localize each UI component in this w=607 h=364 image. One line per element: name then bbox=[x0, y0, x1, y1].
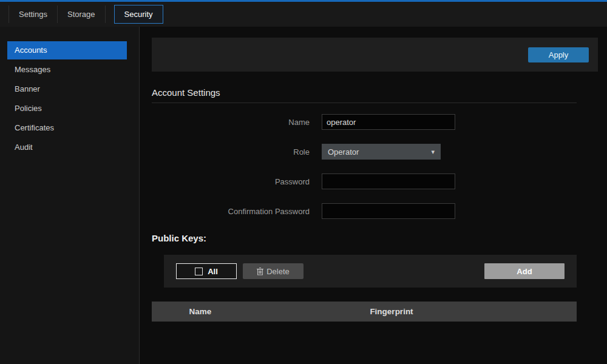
top-tab-bar: Settings Storage Security bbox=[0, 0, 607, 27]
tab-storage[interactable]: Storage bbox=[58, 5, 106, 23]
delete-label: Delete bbox=[266, 267, 290, 276]
password-input[interactable] bbox=[322, 174, 455, 189]
main-content: Apply Account Settings Name Role Operato… bbox=[140, 27, 607, 364]
tab-settings[interactable]: Settings bbox=[8, 5, 58, 23]
public-keys-toolbar: All Delete Add bbox=[164, 255, 577, 288]
add-button[interactable]: Add bbox=[484, 263, 565, 279]
sidebar-item-accounts[interactable]: Accounts bbox=[7, 41, 127, 59]
password-label: Password bbox=[152, 177, 310, 186]
role-row: Role Operator ▾ bbox=[152, 144, 598, 160]
public-keys-table-header: Name Fingerprint bbox=[152, 302, 577, 322]
sidebar-item-audit[interactable]: Audit bbox=[7, 138, 127, 157]
name-input[interactable] bbox=[322, 114, 455, 130]
column-header-name: Name bbox=[152, 307, 249, 316]
sidebar-item-certificates[interactable]: Certificates bbox=[7, 119, 127, 137]
sidebar-item-banner[interactable]: Banner bbox=[7, 80, 127, 98]
apply-toolbar: Apply bbox=[152, 38, 598, 72]
role-label: Role bbox=[152, 147, 310, 157]
delete-button[interactable]: Delete bbox=[243, 263, 304, 279]
password-row: Password bbox=[152, 174, 598, 189]
chevron-down-icon: ▾ bbox=[431, 148, 435, 156]
sidebar-nav: Accounts Messages Banner Policies Certif… bbox=[0, 27, 140, 364]
select-all-button[interactable]: All bbox=[176, 263, 237, 279]
select-all-label: All bbox=[208, 267, 218, 276]
confirmation-password-input[interactable] bbox=[322, 203, 455, 219]
trash-icon bbox=[257, 268, 263, 275]
name-row: Name bbox=[152, 114, 598, 130]
sidebar-item-policies[interactable]: Policies bbox=[7, 99, 127, 118]
name-label: Name bbox=[152, 118, 310, 127]
confirmation-password-label: Confirmation Password bbox=[152, 207, 310, 216]
apply-button[interactable]: Apply bbox=[528, 47, 589, 62]
public-keys-heading: Public Keys: bbox=[152, 233, 598, 243]
checkbox-unchecked-icon bbox=[195, 268, 203, 275]
tab-security[interactable]: Security bbox=[114, 5, 163, 24]
role-select[interactable]: Operator ▾ bbox=[322, 144, 441, 160]
section-title-account-settings: Account Settings bbox=[152, 87, 577, 103]
sidebar-item-messages[interactable]: Messages bbox=[7, 61, 127, 79]
confirmation-password-row: Confirmation Password bbox=[152, 203, 598, 219]
role-selected-value: Operator bbox=[328, 147, 359, 157]
column-header-fingerprint: Fingerprint bbox=[249, 307, 534, 316]
account-settings-form: Name Role Operator ▾ Password Confirmati… bbox=[152, 114, 598, 219]
